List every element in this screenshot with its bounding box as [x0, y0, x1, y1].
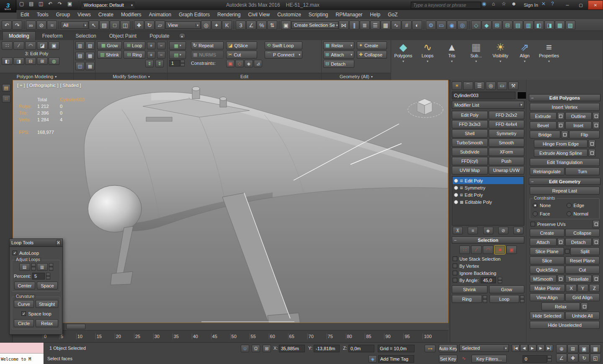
render-production-icon[interactable]: ◉	[447, 21, 457, 30]
next-frame-icon[interactable]: ▶	[537, 344, 545, 352]
modifier-visibility-icon[interactable]	[454, 186, 458, 190]
keyboard-override-icon[interactable]: K	[222, 21, 232, 30]
modify-tab-icon[interactable]: ⌒	[463, 82, 473, 90]
cut-geometry-button[interactable]: Cut	[565, 266, 600, 274]
inset-settings-button[interactable]	[593, 121, 600, 129]
slice-button[interactable]: Slice	[530, 256, 564, 264]
selection-filter-dropdown[interactable]: All ▾	[61, 21, 88, 29]
vertex-subobject-icon[interactable]: ∷	[459, 246, 470, 254]
project-folder-icon[interactable]: ▣	[67, 1, 77, 9]
help-icon[interactable]: ?	[551, 1, 560, 9]
new-key-filter-icon[interactable]: ∿	[462, 356, 466, 361]
polygons-panel-button[interactable]: ◆ Polygons ▾	[391, 40, 415, 80]
ribbon-tab[interactable]: Modeling	[3, 31, 36, 40]
attach-button[interactable]: ⊞Attach▾	[323, 51, 354, 59]
object-color-swatch[interactable]	[517, 92, 526, 99]
edge-level-icon[interactable]: ∕	[13, 41, 24, 50]
track-bar[interactable]: 0510152025303540455055606570758085909510…	[13, 331, 448, 342]
favorites-icon[interactable]: ☆	[502, 1, 511, 9]
toggle-command-panel-icon[interactable]: ◍	[49, 57, 59, 65]
save-file-icon[interactable]: ◫	[39, 1, 48, 9]
zoom-all-icon[interactable]: ⊞	[567, 344, 578, 353]
by-angle-field[interactable]: 45,0	[481, 277, 496, 283]
go-to-start-icon[interactable]: |◀	[512, 344, 520, 352]
detach-geometry-button[interactable]: Detach	[565, 238, 592, 246]
slice-plane-button[interactable]: Slice Plane	[530, 247, 564, 255]
modifier-set-button[interactable]: Shell	[452, 129, 488, 138]
undo-icon[interactable]: ↶	[48, 1, 57, 9]
shrink-selection-button[interactable]: Shrink	[452, 285, 487, 293]
properties-panel-button[interactable]: ≡ Properties ▾	[537, 40, 561, 80]
edge-subobject-icon[interactable]: ∕	[471, 246, 482, 254]
bevel-settings-button[interactable]	[557, 121, 564, 129]
edit-triangulation-button[interactable]: Edit Triangulation	[530, 158, 600, 166]
loop-grow-icon[interactable]: +	[147, 42, 155, 49]
menu-item[interactable]: GoZ	[384, 10, 401, 19]
make-unique-icon[interactable]: ◈	[483, 227, 493, 234]
select-by-name-icon[interactable]: ▤	[99, 21, 109, 30]
z-coordinate-field[interactable]: 0,0m	[348, 345, 374, 352]
close-window-button[interactable]: ✕	[588, 0, 603, 10]
insert-vertex-button[interactable]: Insert Vertex	[530, 103, 600, 111]
polygon-subobject-icon[interactable]: ■	[495, 246, 505, 254]
constraint-normal-icon[interactable]: ⊿	[254, 60, 262, 67]
detach-settings-button[interactable]	[593, 238, 600, 246]
auto-key-button[interactable]: Auto Key	[439, 344, 457, 352]
constraint-face-icon[interactable]: ◈	[245, 60, 253, 67]
use-stack-selection-checkbox[interactable]: Use Stack Selection	[452, 255, 524, 262]
maximize-viewport-icon[interactable]: ◱	[590, 354, 601, 362]
ring-grow-icon[interactable]: +	[147, 51, 155, 59]
center-button[interactable]: Center	[14, 282, 35, 290]
view-align-button[interactable]: View Align	[530, 293, 564, 301]
menu-item[interactable]: Group	[52, 10, 74, 19]
modifier-set-button[interactable]: XForm	[489, 148, 525, 156]
msmooth-button[interactable]: MSmooth	[530, 275, 557, 283]
hierarchy-tab-icon[interactable]: ☰	[474, 82, 484, 90]
polygon-modeling-footer[interactable]: Polygon Modeling ▾	[0, 73, 73, 80]
zoom-icon[interactable]: ⊕	[556, 344, 567, 353]
select-and-link-icon[interactable]: ∞	[26, 21, 36, 30]
pm-option-icon[interactable]: ▦	[85, 62, 95, 70]
make-planar-y-button[interactable]: Y	[577, 284, 588, 292]
bevel-button[interactable]: Bevel	[530, 121, 557, 129]
attach-geometry-button[interactable]: Attach	[530, 238, 557, 246]
pm-option-icon[interactable]: ◫	[75, 62, 85, 70]
curve-editor-icon[interactable]: ∿	[391, 21, 401, 30]
cut-button[interactable]: ✂Cut	[226, 51, 257, 59]
dock-toolbar-icon[interactable]: ∷	[2, 95, 10, 103]
hide-unselected-button[interactable]: Hide Unselected	[530, 321, 600, 329]
relax-geometry-button[interactable]: Relax	[541, 302, 580, 310]
menu-item[interactable]: Modifiers	[117, 10, 145, 19]
menu-item[interactable]: Help	[366, 10, 384, 19]
close-icon[interactable]: ✕	[56, 240, 61, 246]
ribbon-toggle-icon[interactable]: ▦	[381, 21, 391, 30]
previous-frame-icon[interactable]: ◀	[520, 344, 528, 352]
percent-snap-icon[interactable]: %	[257, 21, 267, 30]
menu-item[interactable]: Animation	[145, 10, 175, 19]
chevron-down-icon[interactable]: ▾	[451, 59, 453, 63]
menu-item[interactable]: Rendering	[214, 10, 244, 19]
modifier-set-button[interactable]: Push	[489, 157, 525, 165]
chevron-down-icon[interactable]: ▾	[548, 59, 550, 63]
plugin-toolbar-icon[interactable]: ▧	[565, 21, 575, 30]
constraint-none-icon[interactable]: ▣	[226, 60, 234, 67]
utilities-tab-icon[interactable]: ⚒	[508, 82, 518, 90]
ribbon-tab[interactable]: Selection	[69, 31, 102, 40]
new-scene-icon[interactable]: ▢	[19, 1, 28, 9]
edit-polygons-rollout-header[interactable]: − Edit Polygons	[529, 94, 600, 101]
outline-settings-button[interactable]	[593, 112, 600, 120]
bridge-settings-button[interactable]	[561, 131, 568, 138]
snaps-toggle-icon[interactable]: 3	[236, 21, 246, 30]
layer-manager-icon[interactable]: ≣	[360, 21, 370, 30]
use-pivot-center-icon[interactable]: ◎	[201, 21, 211, 30]
modify-selection-footer[interactable]: Modify Selection ▾	[95, 73, 167, 80]
align-panel-button[interactable]: ⇗ Align ▾	[513, 40, 537, 80]
named-selection-set-dropdown[interactable]: Create Selection Se ▾	[291, 21, 338, 29]
percent-field[interactable]: 5	[32, 273, 45, 279]
collapse-geometry-button[interactable]: Collapse	[565, 229, 600, 237]
object-name-field[interactable]	[452, 92, 515, 99]
configure-modifier-sets-icon[interactable]: ⚙	[513, 227, 523, 234]
render-setup-icon[interactable]: ⚙	[426, 21, 436, 30]
viewport-menu[interactable]: [ Orthographic ]	[27, 83, 59, 88]
plugin-toolbar-icon[interactable]: ◆	[482, 21, 492, 30]
